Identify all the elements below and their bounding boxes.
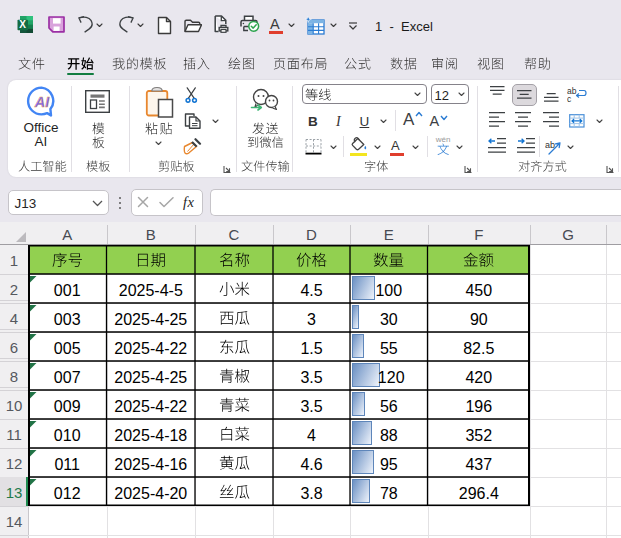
svg-text:ab: ab [545, 140, 555, 150]
svg-text:X: X [19, 19, 26, 30]
svg-text:AI: AI [34, 94, 50, 110]
